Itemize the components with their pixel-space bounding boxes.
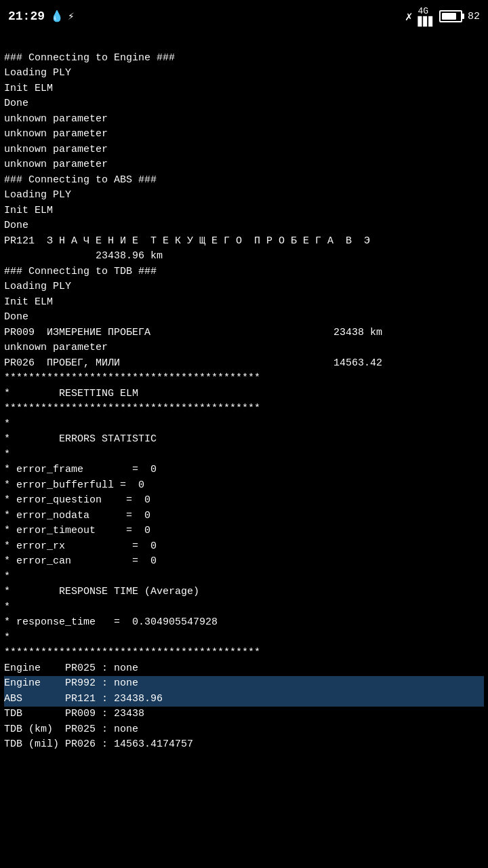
terminal-line: PR026 ПРОБЕГ, МИЛИ 14563.42	[4, 356, 484, 372]
terminal-output: ### Connecting to Engine ###Loading PLYI…	[0, 33, 488, 755]
terminal-line: ****************************************…	[4, 401, 484, 417]
terminal-line: * RESPONSE TIME (Average)	[4, 585, 484, 600]
battery-percent: 82	[468, 11, 480, 22]
terminal-line: * error_question = 0	[4, 493, 484, 509]
terminal-line: PR009 ИЗМЕРЕНИЕ ПРОБЕГА 23438 km	[4, 326, 484, 341]
terminal-line: ### Connecting to Engine ###	[4, 51, 484, 66]
time-display: 21:29	[8, 9, 45, 23]
bolt-icon: ⚡	[68, 9, 75, 23]
terminal-line: Done	[4, 218, 484, 234]
terminal-line: * response_time = 0.304905547928	[4, 615, 484, 631]
terminal-line: 23438.96 km	[4, 249, 484, 264]
terminal-line: Loading PLY	[4, 279, 484, 295]
terminal-line: Loading PLY	[4, 66, 484, 81]
terminal-line: unknown parameter	[4, 112, 484, 127]
terminal-line: TDB (mil) PR026 : 14563.4174757	[4, 737, 484, 753]
terminal-line: Init ELM	[4, 81, 484, 97]
terminal-line: unknown parameter	[4, 127, 484, 142]
terminal-line: unknown parameter	[4, 142, 484, 158]
terminal-line: unknown parameter	[4, 340, 484, 356]
terminal-line: ### Connecting to ABS ###	[4, 173, 484, 189]
signal-icon: 4G▊▊▊	[418, 6, 434, 27]
terminal-line: * error_bufferfull = 0	[4, 478, 484, 494]
terminal-line: * error_nodata = 0	[4, 509, 484, 524]
terminal-line: *	[4, 417, 484, 433]
terminal-line: Done	[4, 310, 484, 326]
terminal-line: * ERRORS STATISTIC	[4, 432, 484, 448]
terminal-line: PR121 З Н А Ч Е Н И Е Т Е К У Щ Е Г О П …	[4, 234, 484, 250]
terminal-line: ****************************************…	[4, 646, 484, 661]
water-icon: 💧	[50, 9, 64, 23]
terminal-line: *	[4, 631, 484, 646]
terminal-line: ABS PR121 : 23438.96	[4, 692, 484, 707]
battery-fill	[442, 13, 456, 20]
terminal-line: * error_timeout = 0	[4, 524, 484, 539]
terminal-line: * RESETTING ELM	[4, 387, 484, 402]
terminal-line: Done	[4, 96, 484, 112]
terminal-line: *	[4, 600, 484, 616]
terminal-line: * error_can = 0	[4, 554, 484, 570]
status-right: ✗ 4G▊▊▊ 82	[405, 6, 480, 27]
status-bar: 21:29 💧 ⚡ ✗ 4G▊▊▊ 82	[0, 0, 488, 33]
status-icons-left: 💧 ⚡	[50, 9, 75, 23]
terminal-line: TDB (km) PR025 : none	[4, 722, 484, 738]
terminal-line: *	[4, 448, 484, 463]
terminal-line: * error_rx = 0	[4, 539, 484, 555]
terminal-line: unknown parameter	[4, 157, 484, 173]
terminal-line: Init ELM	[4, 203, 484, 219]
terminal-line: ### Connecting to TDB ###	[4, 264, 484, 280]
terminal-line: TDB PR009 : 23438	[4, 707, 484, 722]
status-left: 21:29 💧 ⚡	[8, 9, 75, 23]
bluetooth-icon: ✗	[405, 9, 413, 24]
terminal-line: *	[4, 570, 484, 585]
terminal-line: ****************************************…	[4, 371, 484, 387]
terminal-line: * error_frame = 0	[4, 462, 484, 478]
terminal-line: Engine PR025 : none	[4, 661, 484, 677]
battery-icon	[439, 10, 462, 22]
terminal-line: Init ELM	[4, 295, 484, 311]
terminal-line: Engine PR992 : none	[4, 676, 484, 692]
terminal-line: Loading PLY	[4, 188, 484, 203]
